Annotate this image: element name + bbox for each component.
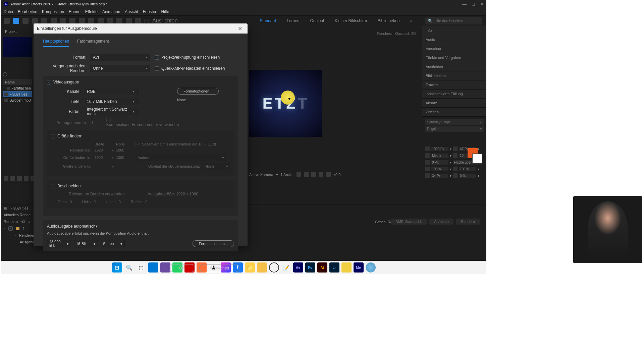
tab-farbmanagement[interactable]: Farbmanagement: [77, 38, 109, 47]
obs-icon[interactable]: [269, 262, 279, 273]
lightroom-icon[interactable]: Lr: [329, 262, 339, 273]
expand-icon[interactable]: ›: [4, 86, 6, 90]
dialog-close-icon[interactable]: ✕: [235, 25, 244, 32]
baseline-input[interactable]: [431, 174, 448, 178]
project-tab[interactable]: Projekt: [3, 28, 32, 35]
vscale-input[interactable]: [431, 167, 448, 171]
channels-select[interactable]: RGB▾: [84, 88, 138, 95]
home-icon[interactable]: [4, 18, 10, 24]
project-search-icon[interactable]: [3, 72, 7, 76]
project-link-checkbox[interactable]: [155, 55, 159, 60]
panel-bibliotheken[interactable]: Bibliotheken: [422, 71, 486, 80]
font-size-input[interactable]: [431, 147, 448, 151]
panel-ausrichten[interactable]: Ausrichten: [422, 62, 486, 71]
mask-icon[interactable]: [304, 172, 309, 177]
font-style-select[interactable]: Regular▾: [425, 126, 484, 132]
panel-tracker[interactable]: Tracker: [422, 80, 486, 89]
audio-rate-select[interactable]: 48,000 kHz▾: [47, 240, 71, 247]
workspace-kleiner[interactable]: Kleiner Bildschirm: [335, 18, 367, 23]
timeline-tab-icon[interactable]: ▦: [4, 206, 7, 210]
camera-dropdown[interactable]: Aktive Kamera: [249, 173, 273, 177]
orbit-tool-icon[interactable]: [41, 18, 47, 24]
help-search-input[interactable]: 🔍 Hilfe durchsuchen: [425, 17, 482, 24]
format-select[interactable]: AVI▾: [90, 54, 150, 61]
grid-icon[interactable]: [297, 172, 301, 177]
exposure-value[interactable]: +0,0: [333, 173, 341, 177]
menu-ebene[interactable]: Ebene: [69, 9, 80, 14]
pan-tool-icon[interactable]: [69, 18, 75, 24]
tree-item-swoosh[interactable]: Swoosh.mp3: [3, 97, 32, 103]
kerning-input[interactable]: [431, 154, 448, 158]
fast-preview-icon[interactable]: [319, 172, 323, 177]
audio-bits-select[interactable]: 16-Bit▾: [74, 240, 98, 247]
menu-bearbeiten[interactable]: Bearbeiten: [18, 9, 37, 14]
bpc-icon[interactable]: [4, 176, 8, 181]
timeline-tab[interactable]: FlyByTitles: [10, 206, 28, 210]
selection-tool-icon[interactable]: [13, 18, 19, 24]
brush-tool-icon[interactable]: [107, 18, 113, 24]
post-render-select[interactable]: Ohne▾: [90, 65, 150, 72]
menu-komposition[interactable]: Komposition: [42, 9, 64, 14]
crop-checkbox[interactable]: [51, 184, 55, 188]
notepad-icon[interactable]: 📝: [281, 262, 291, 273]
tab-hauptoptionen[interactable]: Hauptoptionen: [43, 38, 69, 47]
camera-tool-icon[interactable]: [60, 18, 66, 24]
after-effects-icon[interactable]: Ae: [293, 262, 303, 273]
font-family-select[interactable]: Saturday Script▾: [425, 119, 484, 125]
tree-item-flybytitles[interactable]: FlyByTitles: [3, 91, 32, 97]
resize-checkbox[interactable]: [51, 134, 55, 138]
panel-absatz[interactable]: Absatz: [422, 99, 486, 108]
hand-tool-icon[interactable]: [22, 18, 29, 24]
app-icon[interactable]: [366, 262, 376, 273]
tsume-input[interactable]: [459, 174, 476, 178]
new-folder-icon[interactable]: [10, 176, 15, 181]
3d-icon[interactable]: [311, 172, 316, 177]
audio-mode-select[interactable]: Audioausgabe automatisch▾: [47, 224, 99, 229]
menu-animation[interactable]: Animation: [102, 9, 120, 14]
xmp-checkbox[interactable]: [155, 66, 159, 71]
ok-button[interactable]: OK: [169, 264, 195, 272]
workspace-more-icon[interactable]: »: [410, 18, 413, 23]
cancel-button[interactable]: Abbrechen: [199, 264, 239, 272]
maximize-icon[interactable]: □: [472, 2, 475, 7]
panel-effekte[interactable]: Effekte und Vorgaben: [422, 53, 486, 62]
video-format-options-button[interactable]: Formatoptionen...: [177, 88, 219, 95]
app-icon[interactable]: [257, 262, 267, 273]
settings-icon[interactable]: [24, 176, 29, 181]
tree-item-farbflachen[interactable]: › Farbflächen: [3, 85, 32, 91]
text-tool-icon[interactable]: [98, 18, 104, 24]
illustrator-icon[interactable]: Ai: [317, 262, 327, 273]
render-button[interactable]: Rendern: [456, 219, 480, 225]
app-icon[interactable]: [341, 262, 352, 273]
audio-format-options-button[interactable]: Formatoptionen...: [193, 240, 234, 247]
depth-select[interactable]: 16,7 Mill. Farben▾: [84, 98, 138, 105]
media-encoder-icon[interactable]: Me: [354, 262, 364, 273]
queue-item-checkbox[interactable]: [8, 226, 13, 231]
renderer-value[interactable]: Klassisch 3D: [394, 32, 416, 36]
view-dropdown[interactable]: 1 Ansi...: [281, 173, 294, 177]
stroke-input[interactable]: [431, 160, 448, 165]
menu-ansicht[interactable]: Ansicht: [125, 9, 138, 14]
pause-button[interactable]: Anhalten: [429, 219, 453, 225]
new-comp-icon[interactable]: [17, 176, 22, 181]
video-output-checkbox[interactable]: [47, 80, 51, 84]
menu-effekte[interactable]: Effekte: [85, 9, 98, 14]
panel-fullung[interactable]: Inhaltsbasierte Füllung: [422, 89, 486, 99]
eraser-tool-icon[interactable]: [126, 18, 132, 24]
hscale-input[interactable]: [459, 167, 476, 171]
workspace-bibliotheken[interactable]: Bibliotheken: [378, 18, 399, 23]
rotate-tool-icon[interactable]: [51, 18, 57, 24]
menu-hilfe[interactable]: Hilfe: [161, 9, 169, 14]
puppet-tool-icon[interactable]: [135, 18, 141, 24]
photoshop-icon[interactable]: Ps: [305, 262, 315, 273]
stroke-color-swatch[interactable]: [472, 154, 482, 164]
panel-vorschau[interactable]: Vorschau: [422, 44, 486, 53]
close-icon[interactable]: ✕: [480, 2, 484, 7]
workspace-standard[interactable]: Standard: [260, 18, 276, 23]
panel-info[interactable]: Info: [422, 26, 486, 35]
panel-audio[interactable]: Audio: [422, 35, 486, 44]
color-select[interactable]: Integriert (mit Schwarz mask...▾: [84, 108, 138, 115]
pen-tool-icon[interactable]: [88, 18, 94, 24]
audio-channels-select[interactable]: Stereo▾: [101, 240, 125, 247]
menu-fenster[interactable]: Fenster: [143, 9, 157, 14]
